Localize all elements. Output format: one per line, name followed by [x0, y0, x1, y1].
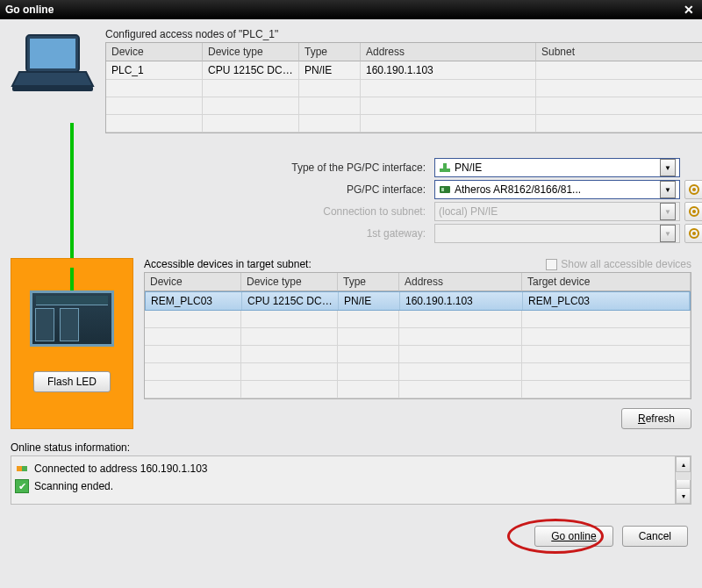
label-first-gateway: 1st gateway: — [105, 227, 434, 240]
configured-section: Configured access nodes of "PLC_1" Devic… — [105, 28, 702, 246]
configured-grid-header: Device Device type Type Address Subnet — [106, 43, 702, 61]
table-row[interactable]: REM_PLC03 CPU 1215C DC/D... PN/IE 160.19… — [145, 291, 691, 311]
status-label: Online status information: — [11, 441, 691, 454]
label-pgpc-if: PG/PC interface: — [105, 183, 434, 196]
scroll-down-icon[interactable]: ▾ — [676, 488, 691, 504]
properties-button[interactable] — [684, 202, 702, 221]
show-all-label: Show all accessible devices — [561, 258, 691, 270]
table-row — [145, 346, 691, 363]
plc-icon — [30, 290, 114, 347]
pgpc-type-select[interactable]: PN/IE ▼ — [434, 158, 680, 177]
table-row — [145, 311, 691, 328]
chevron-down-icon[interactable]: ▼ — [660, 159, 676, 176]
configured-grid-body: PLC_1 CPU 1215C DC/D... PN/IE 160.190.1.… — [106, 61, 702, 133]
col-target-device[interactable]: Target device — [522, 273, 691, 291]
col-type[interactable]: Type — [299, 43, 361, 61]
svg-point-13 — [692, 210, 696, 213]
status-line: Connected to address 160.190.1.103 — [15, 460, 671, 477]
laptop-icon — [11, 28, 95, 101]
label-pgpc-type: Type of the PG/PC interface: — [105, 161, 434, 174]
status-scrollbar[interactable]: ▴ ▾ — [675, 456, 691, 504]
table-row[interactable]: PLC_1 CPU 1215C DC/D... PN/IE 160.190.1.… — [106, 61, 702, 80]
dialog-body: Configured access nodes of "PLC_1" Devic… — [0, 19, 702, 588]
flash-led-button[interactable]: Flash LED — [33, 371, 111, 392]
accessible-label: Accessible devices in target subnet: — [144, 258, 312, 270]
col-device[interactable]: Device — [106, 43, 203, 61]
table-row — [106, 115, 702, 133]
adapter-icon — [439, 183, 451, 196]
close-icon[interactable]: ✕ — [681, 2, 697, 18]
accessible-grid: Device Device type Type Address Target d… — [144, 272, 691, 399]
col-type[interactable]: Type — [338, 273, 399, 291]
check-icon: ✔ — [15, 479, 29, 493]
col-device[interactable]: Device — [145, 273, 241, 291]
svg-rect-4 — [440, 169, 450, 172]
first-gateway-select: ▼ — [434, 224, 680, 243]
accessible-grid-header: Device Device type Type Address Target d… — [145, 273, 691, 291]
svg-marker-2 — [12, 72, 93, 86]
svg-rect-16 — [17, 466, 22, 471]
accessible-grid-body: REM_PLC03 CPU 1215C DC/D... PN/IE 160.19… — [145, 291, 691, 398]
accessible-section: Accessible devices in target subnet: Sho… — [144, 258, 691, 429]
svg-point-9 — [692, 188, 696, 191]
pgpc-interface-select[interactable]: Atheros AR8162/8166/81... ▼ — [434, 180, 680, 199]
chevron-down-icon[interactable]: ▼ — [660, 181, 676, 198]
go-online-button[interactable]: Go online — [534, 526, 612, 547]
col-device-type[interactable]: Device type — [241, 273, 338, 291]
table-row — [106, 97, 702, 115]
scroll-up-icon[interactable]: ▴ — [676, 456, 691, 472]
laptop-area — [11, 28, 95, 246]
scroll-thumb[interactable] — [676, 480, 691, 488]
link-icon — [15, 462, 29, 476]
connection-wire — [70, 268, 74, 292]
svg-rect-3 — [12, 86, 93, 91]
svg-rect-17 — [22, 466, 27, 471]
col-subnet[interactable]: Subnet — [536, 43, 702, 61]
table-row — [106, 80, 702, 97]
status-box: Connected to address 160.190.1.103 ✔ Sca… — [11, 455, 691, 505]
svg-rect-7 — [441, 188, 444, 191]
device-panel: Flash LED — [11, 258, 133, 429]
middle-row: Flash LED Accessible devices in target s… — [11, 258, 691, 429]
dialog-title: Go online — [5, 4, 681, 16]
chevron-down-icon: ▼ — [660, 225, 676, 242]
svg-point-15 — [692, 232, 696, 235]
col-address[interactable]: Address — [361, 43, 536, 61]
show-all-checkbox — [546, 259, 557, 270]
svg-rect-1 — [30, 39, 75, 68]
interface-form: Type of the PG/PC interface: PN/IE ▼ PG/… — [105, 158, 702, 243]
svg-rect-6 — [440, 186, 450, 193]
table-row — [145, 363, 691, 381]
status-area: Online status information: Connected to … — [11, 441, 691, 505]
col-device-type[interactable]: Device type — [203, 43, 299, 61]
connection-subnet-select: (local) PN/IE ▼ — [434, 202, 680, 221]
configured-grid: Device Device type Type Address Subnet P… — [105, 42, 702, 133]
bottom-button-row: Go online Cancel — [11, 526, 691, 547]
status-line: ✔ Scanning ended. — [15, 477, 671, 495]
top-row: Configured access nodes of "PLC_1" Devic… — [11, 28, 691, 246]
refresh-button[interactable]: Refresh — [621, 408, 691, 429]
table-row — [145, 381, 691, 398]
titlebar: Go online ✕ — [0, 0, 702, 19]
table-row — [145, 328, 691, 346]
cancel-button[interactable]: Cancel — [622, 526, 688, 547]
properties-button[interactable] — [684, 224, 702, 243]
col-address[interactable]: Address — [399, 273, 522, 291]
svg-rect-5 — [443, 163, 447, 169]
properties-button[interactable] — [684, 180, 702, 199]
chevron-down-icon: ▼ — [660, 203, 676, 220]
configured-label: Configured access nodes of "PLC_1" — [105, 28, 702, 40]
label-connection-subnet: Connection to subnet: — [105, 205, 434, 218]
network-icon — [439, 161, 451, 174]
